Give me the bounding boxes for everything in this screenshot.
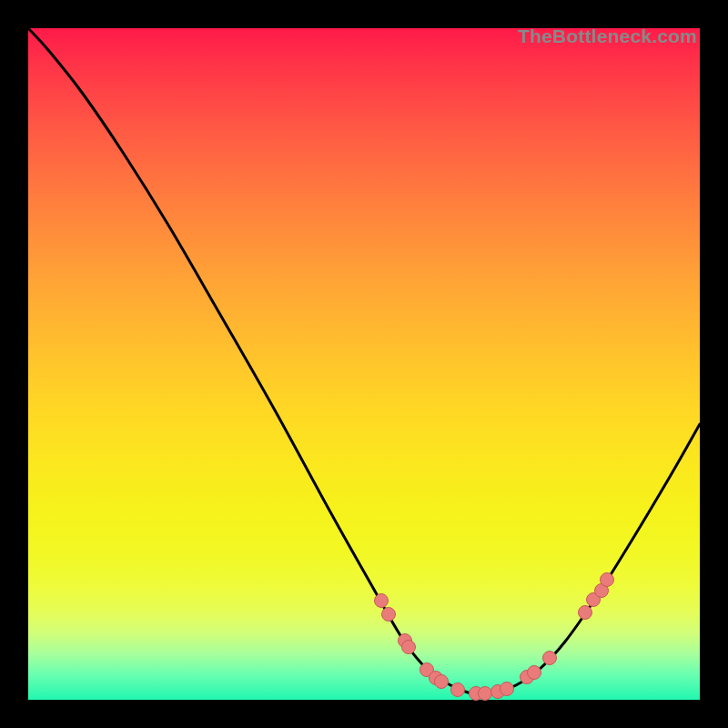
chart-dot: [479, 687, 492, 701]
chart-dot: [435, 675, 449, 689]
chart-dot: [601, 573, 614, 587]
chart-dot: [402, 641, 416, 654]
chart-dot: [375, 594, 389, 608]
chart-dot: [451, 683, 465, 697]
chart-svg: [28, 28, 700, 700]
chart-dot: [382, 608, 396, 622]
chart-dots-group: [375, 573, 614, 701]
chart-frame: TheBottleneck.com: [0, 0, 728, 728]
chart-dot: [500, 682, 514, 696]
chart-dot: [528, 666, 541, 680]
chart-dot: [579, 606, 592, 620]
watermark-text: TheBottleneck.com: [518, 25, 697, 47]
chart-dot: [543, 652, 557, 665]
